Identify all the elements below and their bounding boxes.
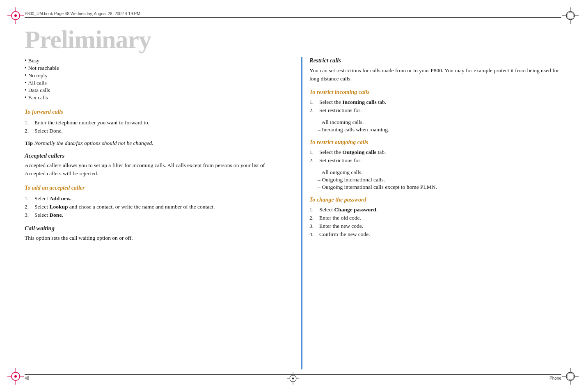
list-item: Outgoing international calls.: [318, 176, 561, 183]
right-column: Restrict calls You can set restrictions …: [301, 57, 561, 369]
bullet-list: Busy Not reachable No reply All calls Da…: [25, 57, 277, 101]
list-item: No reply: [25, 72, 277, 79]
footer-center-reg-mark: [287, 372, 299, 386]
page-number: 48: [25, 376, 29, 381]
change-password-heading: To change the password: [309, 197, 561, 203]
list-item: 1. Select Add new.: [25, 195, 277, 203]
svg-point-25: [292, 378, 294, 380]
list-item: Busy: [25, 57, 277, 64]
incoming-heading: To restrict incoming calls: [309, 89, 561, 96]
list-item: Outgoing international calls except to h…: [318, 183, 561, 191]
outgoing-heading: To restrict outgoing calls: [309, 139, 561, 146]
svg-point-13: [14, 375, 17, 378]
list-item: All calls: [25, 79, 277, 87]
list-item: 1. Select the Outgoing calls tab.: [309, 148, 561, 156]
header-bar: P800_UM.book Page 48 Wednesday, August 2…: [25, 11, 561, 18]
list-item: All incoming calls.: [318, 119, 561, 126]
bold-outgoing-calls: Outgoing calls: [342, 149, 376, 155]
list-item: Data calls: [25, 87, 277, 94]
list-item: 3. Enter the new code.: [309, 222, 561, 230]
tip-label: Tip: [25, 140, 33, 146]
list-item: 2. Set restrictions for:: [309, 156, 561, 165]
list-item: 1. Select the Incoming calls tab.: [309, 98, 561, 106]
two-col-layout: Busy Not reachable No reply All calls Da…: [25, 57, 561, 369]
list-item: 1. Select Change password.: [309, 206, 561, 214]
call-waiting-body: This option sets the call waiting option…: [25, 234, 277, 242]
list-item: 4. Confirm the new code.: [309, 230, 561, 238]
tip-content: Normally the data/fax options should not…: [34, 140, 153, 146]
list-item: Incoming calls when roaming.: [318, 126, 561, 133]
watermark-title: Preliminary: [25, 27, 561, 52]
list-item: 2. Select Done.: [25, 127, 277, 135]
reg-mark-bl: [7, 368, 24, 385]
list-item: 3. Select Done.: [25, 211, 277, 219]
list-item: Fax calls: [25, 94, 277, 101]
restrict-calls-body: You can set restrictions for calls made …: [309, 66, 561, 83]
list-item: 1. Enter the telephone number you want t…: [25, 119, 277, 127]
list-item: Not reachable: [25, 64, 277, 72]
reg-mark-tr: [562, 7, 579, 24]
list-item: 2. Set restrictions for:: [309, 106, 561, 115]
change-password-steps: 1. Select Change password. 2. Enter the …: [309, 206, 561, 238]
list-item: All outgoing calls.: [318, 169, 561, 176]
bold-incoming-calls: Incoming calls: [342, 99, 377, 105]
bold-lookup: Lookup: [49, 204, 68, 210]
outgoing-steps: 1. Select the Outgoing calls tab. 2. Set…: [309, 148, 561, 165]
bold-done: Done.: [49, 212, 63, 218]
add-accepted-caller-heading: To add an accepted caller: [25, 185, 277, 191]
page-container: P800_UM.book Page 48 Wednesday, August 2…: [0, 0, 586, 392]
call-waiting-heading: Call waiting: [25, 225, 277, 232]
svg-point-18: [566, 372, 575, 381]
reg-mark-tl: [7, 7, 24, 24]
svg-point-19: [567, 373, 574, 380]
incoming-dash-list: All incoming calls. Incoming calls when …: [318, 119, 561, 133]
footer-right-label: Phone: [549, 376, 561, 381]
tip-paragraph: Tip Normally the data/fax options should…: [25, 140, 277, 147]
forward-calls-steps: 1. Enter the telephone number you want t…: [25, 119, 277, 135]
forward-calls-heading: To forward calls: [25, 109, 277, 115]
svg-point-1: [14, 14, 17, 17]
accepted-callers-body: Accepted callers allows you to set up a …: [25, 161, 277, 178]
list-item: 2. Select Lookup and chose a contact, or…: [25, 203, 277, 211]
header-text: P800_UM.book Page 48 Wednesday, August 2…: [25, 11, 140, 16]
svg-point-7: [567, 12, 574, 19]
restrict-calls-heading: Restrict calls: [309, 57, 561, 64]
list-item: 2. Enter the old code.: [309, 214, 561, 222]
accepted-callers-heading: Accepted callers: [25, 152, 277, 159]
outgoing-dash-list: All outgoing calls. Outgoing internation…: [318, 169, 561, 191]
bold-add-new: Add new.: [49, 195, 71, 202]
incoming-steps: 1. Select the Incoming calls tab. 2. Set…: [309, 98, 561, 115]
lookup-text-after: and chose a contact, or write the name a…: [68, 204, 215, 210]
content-area: Preliminary Busy Not reachable No reply …: [25, 27, 561, 369]
add-accepted-caller-steps: 1. Select Add new. 2. Select Lookup and …: [25, 195, 277, 219]
svg-point-6: [566, 11, 575, 20]
reg-mark-br: [562, 368, 579, 385]
bold-change-password: Change password: [334, 206, 376, 213]
left-column: Busy Not reachable No reply All calls Da…: [25, 57, 285, 369]
